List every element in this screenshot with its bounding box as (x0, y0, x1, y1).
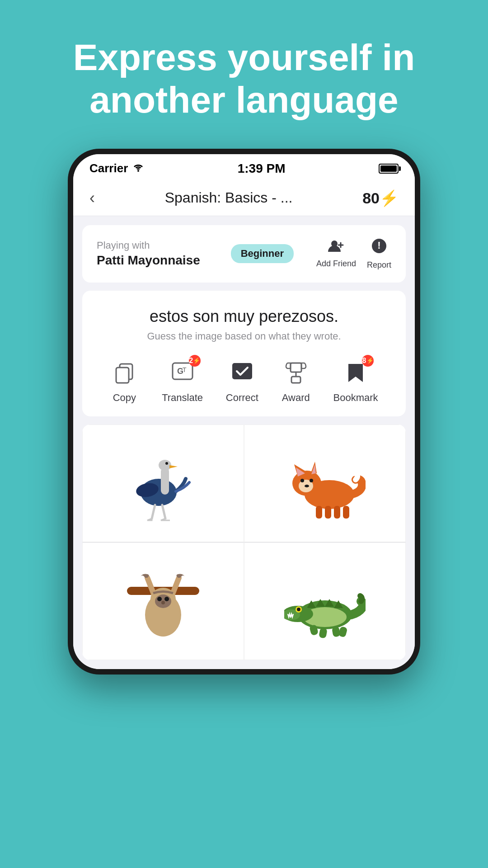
svg-line-21 (162, 505, 165, 519)
copy-label: Copy (113, 392, 136, 404)
image-grid (82, 425, 406, 542)
correct-button[interactable]: Correct (226, 359, 258, 404)
sentence-hint: Guess the image based on what they wrote… (99, 330, 389, 342)
svg-point-0 (137, 170, 139, 172)
fox-cell[interactable] (244, 425, 406, 542)
playing-actions: Add Friend ! Report (316, 238, 391, 270)
svg-point-18 (165, 462, 168, 465)
bookmark-label: Bookmark (333, 392, 378, 404)
battery-icon (379, 164, 399, 174)
svg-point-31 (305, 485, 309, 487)
svg-rect-34 (334, 506, 340, 519)
svg-text:!: ! (377, 240, 380, 251)
phone-frame: Carrier 1:39 PM (68, 149, 420, 675)
svg-rect-32 (316, 506, 322, 519)
svg-point-43 (164, 597, 169, 601)
headline-line2: another language (89, 79, 398, 120)
playing-name: Patti Mayonnaise (97, 253, 200, 268)
svg-rect-35 (343, 506, 349, 519)
translate-badge: 2⚡ (189, 355, 201, 367)
svg-point-30 (310, 479, 313, 482)
sentence-text: estos son muy perezosos. (99, 307, 389, 326)
report-button[interactable]: ! Report (367, 238, 391, 270)
svg-point-50 (297, 608, 300, 611)
phone-screen: Carrier 1:39 PM (73, 154, 415, 669)
bookmark-icon-wrapper: 8⚡ (341, 359, 370, 387)
add-friend-button[interactable]: Add Friend (316, 239, 356, 269)
sentence-card: estos son muy perezosos. Guess the image… (82, 291, 406, 416)
sentence-actions: Copy G T 2⚡ (99, 359, 389, 404)
report-icon: ! (371, 238, 387, 258)
add-friend-label: Add Friend (316, 259, 356, 269)
image-grid-card (82, 425, 406, 660)
crocodile-svg (284, 561, 366, 642)
playing-left: Playing with Patti Mayonnaise (97, 240, 200, 268)
headline: Express yourself in another language (37, 0, 451, 149)
correct-icon-wrapper (228, 359, 257, 387)
status-bar: Carrier 1:39 PM (73, 154, 415, 180)
back-button[interactable]: ‹ (89, 189, 95, 208)
bookmark-button[interactable]: 8⚡ Bookmark (333, 359, 378, 404)
bookmark-badge: 8⚡ (362, 355, 374, 367)
translate-icon-wrapper: G T 2⚡ (168, 359, 197, 387)
ostrich-svg (122, 443, 204, 524)
svg-point-29 (300, 479, 304, 482)
add-friend-icon (328, 239, 344, 256)
svg-point-17 (159, 460, 171, 471)
ostrich-cell[interactable] (82, 425, 244, 542)
playing-label: Playing with (97, 240, 200, 251)
svg-rect-7 (116, 368, 129, 383)
carrier-text: Carrier (89, 161, 144, 175)
svg-text:T: T (183, 366, 187, 373)
award-icon-wrapper (282, 359, 310, 387)
copy-button[interactable]: Copy (110, 359, 139, 404)
copy-icon-wrapper (110, 359, 139, 387)
svg-rect-54 (338, 626, 347, 637)
svg-rect-11 (232, 363, 252, 379)
svg-rect-12 (291, 363, 301, 372)
svg-point-44 (161, 601, 165, 604)
wifi-icon (132, 163, 144, 175)
image-grid-row2 (82, 542, 406, 660)
phone-wrapper: Carrier 1:39 PM (59, 149, 429, 868)
svg-rect-14 (291, 377, 300, 383)
main-content: Playing with Patti Mayonnaise Beginner (73, 216, 415, 669)
sloth-svg (122, 561, 204, 642)
award-button[interactable]: Award (282, 359, 310, 404)
nav-title: Spanish: Basics - ... (165, 189, 293, 206)
beginner-badge: Beginner (231, 244, 294, 263)
nav-bar: ‹ Spanish: Basics - ... 80⚡ (73, 180, 415, 216)
award-label: Award (282, 392, 310, 404)
translate-button[interactable]: G T 2⚡ Translate (162, 359, 203, 404)
crocodile-cell[interactable] (244, 542, 406, 660)
svg-line-20 (152, 505, 155, 519)
playing-card: Playing with Patti Mayonnaise Beginner (82, 225, 406, 283)
headline-line1: Express yourself in (73, 37, 415, 78)
svg-rect-16 (161, 467, 169, 495)
svg-rect-33 (325, 506, 331, 519)
report-label: Report (367, 260, 391, 270)
svg-point-42 (157, 597, 162, 601)
status-time: 1:39 PM (238, 161, 286, 176)
translate-label: Translate (162, 392, 203, 404)
nav-score: 80⚡ (362, 189, 399, 207)
fox-svg (284, 443, 366, 524)
sloth-cell[interactable] (82, 542, 244, 660)
correct-label: Correct (226, 392, 258, 404)
